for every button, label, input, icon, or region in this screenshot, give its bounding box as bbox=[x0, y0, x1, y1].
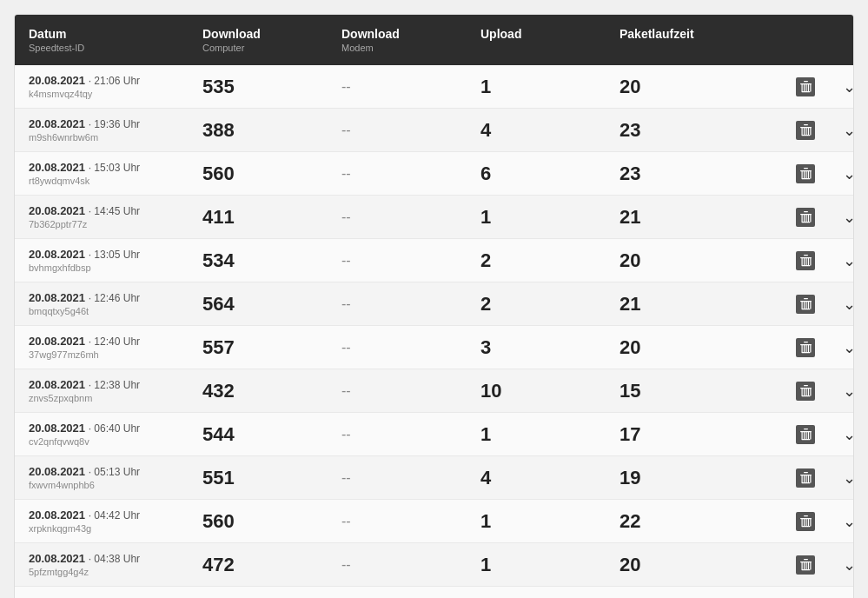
packet-value: 20 bbox=[606, 588, 779, 599]
svg-rect-69 bbox=[803, 431, 804, 439]
delete-cell[interactable] bbox=[779, 373, 832, 409]
delete-icon[interactable] bbox=[796, 555, 815, 575]
delete-cell[interactable] bbox=[779, 329, 832, 366]
expand-icon[interactable]: ⌄ bbox=[832, 416, 854, 453]
upload-value: 6 bbox=[467, 154, 606, 194]
speedtest-id: bmqqtxy5g46t bbox=[29, 306, 175, 316]
upload-value: 1 bbox=[467, 415, 606, 455]
download-modem-value: -- bbox=[328, 462, 467, 495]
date-cell: 20.08.2021 · 14:45 Uhr 7b362pptr77z bbox=[15, 196, 189, 238]
svg-rect-61 bbox=[803, 388, 804, 395]
delete-cell[interactable] bbox=[779, 547, 832, 583]
svg-rect-57 bbox=[804, 385, 808, 386]
svg-rect-31 bbox=[801, 222, 810, 223]
delete-icon[interactable] bbox=[796, 512, 815, 531]
expand-icon[interactable]: ⌄ bbox=[832, 329, 854, 366]
svg-rect-54 bbox=[807, 344, 808, 352]
date-bold: 20.08.2021 bbox=[29, 117, 85, 130]
svg-rect-92 bbox=[805, 561, 806, 569]
packet-value: 21 bbox=[606, 284, 779, 324]
upload-value: 3 bbox=[467, 588, 606, 599]
expand-icon[interactable]: ⌄ bbox=[832, 199, 854, 236]
download-computer-value: 560 bbox=[189, 502, 328, 542]
svg-rect-73 bbox=[804, 472, 808, 473]
svg-rect-83 bbox=[810, 518, 811, 526]
delete-cell[interactable] bbox=[779, 503, 832, 540]
expand-icon[interactable]: ⌄ bbox=[832, 286, 854, 322]
date-bold: 20.08.2021 bbox=[29, 291, 85, 304]
delete-cell[interactable] bbox=[779, 199, 832, 236]
download-modem-value: -- bbox=[328, 331, 467, 364]
table-row: 20.08.2021 · 03:29 Uhr pmwbnnbbyvbv 563 … bbox=[15, 587, 853, 598]
svg-rect-79 bbox=[801, 482, 810, 483]
speedtest-id: 5pfzmtgg4g4z bbox=[29, 567, 175, 577]
download-modem-value: -- bbox=[328, 201, 467, 234]
download-modem-value: -- bbox=[328, 157, 467, 190]
expand-icon[interactable]: ⌄ bbox=[832, 243, 854, 279]
svg-rect-87 bbox=[801, 526, 810, 527]
delete-icon[interactable] bbox=[796, 468, 815, 488]
delete-cell[interactable] bbox=[779, 286, 832, 322]
table-row: 20.08.2021 · 13:05 Uhr bvhmgxhfdbsp 534 … bbox=[15, 239, 853, 282]
header-datum: Datum Speedtest-ID bbox=[15, 15, 189, 65]
packet-value: 20 bbox=[606, 328, 779, 368]
expand-icon[interactable]: ⌄ bbox=[832, 547, 854, 583]
svg-rect-68 bbox=[805, 431, 806, 439]
speedtest-id: bvhmgxhfdbsp bbox=[29, 262, 175, 273]
delete-icon[interactable] bbox=[796, 295, 815, 314]
svg-rect-11 bbox=[810, 127, 811, 135]
svg-rect-6 bbox=[807, 83, 808, 91]
svg-rect-43 bbox=[810, 301, 811, 309]
download-computer-value: 472 bbox=[189, 545, 328, 585]
packet-value: 19 bbox=[606, 458, 779, 498]
svg-rect-5 bbox=[803, 83, 804, 91]
expand-icon[interactable]: ⌄ bbox=[832, 156, 854, 192]
delete-icon[interactable] bbox=[796, 164, 815, 183]
delete-cell[interactable] bbox=[779, 460, 832, 496]
delete-cell[interactable] bbox=[779, 243, 832, 279]
delete-icon[interactable] bbox=[796, 338, 815, 357]
delete-icon[interactable] bbox=[796, 425, 815, 444]
svg-rect-7 bbox=[801, 91, 810, 92]
svg-rect-18 bbox=[801, 170, 802, 178]
delete-icon[interactable] bbox=[796, 251, 815, 270]
svg-rect-27 bbox=[810, 214, 811, 222]
date-cell: 20.08.2021 · 21:06 Uhr k4msmvqz4tqy bbox=[15, 65, 189, 108]
expand-icon[interactable]: ⌄ bbox=[832, 112, 854, 149]
download-computer-value: 432 bbox=[189, 371, 328, 411]
expand-icon[interactable]: ⌄ bbox=[832, 503, 854, 540]
upload-value: 3 bbox=[467, 328, 606, 368]
expand-icon[interactable]: ⌄ bbox=[832, 69, 854, 105]
delete-icon[interactable] bbox=[796, 121, 815, 140]
svg-rect-26 bbox=[801, 214, 802, 222]
date-cell: 20.08.2021 · 13:05 Uhr bvhmgxhfdbsp bbox=[15, 239, 189, 282]
delete-cell[interactable] bbox=[779, 112, 832, 149]
delete-cell[interactable] bbox=[779, 156, 832, 192]
download-modem-value: -- bbox=[328, 548, 467, 581]
header-upload: Upload bbox=[467, 15, 606, 65]
delete-icon[interactable] bbox=[796, 382, 815, 401]
svg-rect-13 bbox=[803, 127, 804, 135]
svg-rect-47 bbox=[801, 309, 810, 309]
svg-rect-70 bbox=[807, 431, 808, 439]
delete-icon[interactable] bbox=[796, 77, 815, 96]
svg-rect-29 bbox=[803, 214, 804, 222]
packet-value: 22 bbox=[606, 502, 779, 542]
date-cell: 20.08.2021 · 04:38 Uhr 5pfzmtgg4g4z bbox=[15, 543, 189, 586]
upload-value: 1 bbox=[467, 197, 606, 237]
date-cell: 20.08.2021 · 15:03 Uhr rt8ywdqmv4sk bbox=[15, 152, 189, 195]
upload-value: 10 bbox=[467, 371, 606, 411]
expand-icon[interactable]: ⌄ bbox=[832, 373, 854, 409]
delete-icon[interactable] bbox=[796, 208, 815, 227]
delete-cell[interactable] bbox=[779, 590, 832, 599]
expand-icon[interactable]: ⌄ bbox=[832, 590, 854, 599]
delete-cell[interactable] bbox=[779, 416, 832, 453]
expand-icon[interactable]: ⌄ bbox=[832, 460, 854, 496]
svg-rect-9 bbox=[804, 124, 808, 125]
table-row: 20.08.2021 · 06:40 Uhr cv2qnfqvwq8v 544 … bbox=[15, 413, 853, 456]
table-row: 20.08.2021 · 04:38 Uhr 5pfzmtgg4g4z 472 … bbox=[15, 543, 853, 587]
delete-cell[interactable] bbox=[779, 69, 832, 105]
download-modem-value: -- bbox=[328, 244, 467, 277]
packet-value: 17 bbox=[606, 415, 779, 455]
upload-value: 2 bbox=[467, 284, 606, 324]
